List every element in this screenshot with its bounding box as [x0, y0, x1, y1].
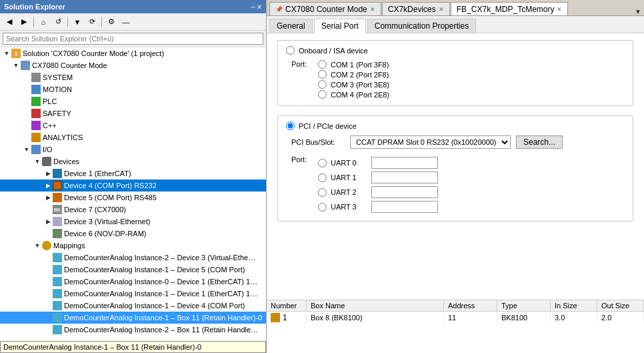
tree-item-device5[interactable]: ▶ Device 5 (COM Port) RS485 — [0, 192, 266, 204]
minimize-button[interactable]: — — [119, 15, 133, 29]
expand-project[interactable]: ▼ — [12, 61, 20, 69]
tree-item-io[interactable]: ▼ I/O — [0, 143, 266, 155]
tree-item-cpp[interactable]: ▶ C++ — [0, 119, 266, 131]
search-input[interactable] — [3, 33, 263, 45]
uart1-radio[interactable] — [318, 173, 327, 182]
onboard-title-row: Onboard / ISA device — [286, 46, 625, 55]
expand-mappings[interactable]: ▼ — [33, 242, 41, 250]
tree-item-inst1[interactable]: ▶ DemoCounterAnalog Instance-2 – Device … — [0, 252, 266, 264]
tree-item-safety[interactable]: ▶ SAFETY — [0, 107, 266, 119]
solution-icon: S — [11, 48, 21, 59]
tab-fb-cx7k-close[interactable]: ✕ — [557, 6, 562, 13]
devices-label: Devices — [53, 157, 79, 165]
tree-item-inst7[interactable]: ▶ DemoCounterAnalog Instance-2 – Box 11 … — [0, 324, 266, 336]
tree-item-project[interactable]: ▼ CX7080 Counter Mode — [0, 59, 266, 71]
io-label: I/O — [43, 145, 53, 153]
tree-item-motion[interactable]: ▶ MOTION — [0, 83, 266, 95]
tab-general[interactable]: General — [269, 19, 313, 33]
tree-item-inst5[interactable]: ▶ DemoCounterAnalog Instance-1 – Device … — [0, 300, 266, 312]
uart3-radio[interactable] — [318, 203, 327, 212]
tree-item-plc[interactable]: ▶ PLC — [0, 95, 266, 107]
tree-item-device3[interactable]: ▶ Device 3 (Virtual-Ethernet) — [0, 216, 266, 228]
sync-button[interactable]: ↺ — [51, 15, 65, 29]
tab-cx7080-pin-icon: 📌 — [275, 6, 283, 13]
expand-device5[interactable]: ▶ — [44, 194, 52, 202]
tree-item-solution[interactable]: ▼ S Solution 'CX7080 Counter Mode' (1 pr… — [0, 47, 266, 59]
com2-radio[interactable] — [318, 70, 327, 79]
com1-option: COM 1 (Port 3F8) — [318, 60, 389, 69]
tree-item-analytics[interactable]: ▶ ANALYTICS — [0, 131, 266, 143]
tab-cx7kdevices[interactable]: CX7kDevices ✕ — [382, 2, 450, 15]
tree-item-device1[interactable]: ▶ Device 1 (EtherCAT) — [0, 167, 266, 180]
onboard-port-row: Port: COM 1 (Port 3F8) COM 2 (Port 2F8) — [286, 59, 625, 100]
filter-button[interactable]: ▼ — [71, 15, 84, 29]
uart2-radio[interactable] — [318, 188, 327, 197]
row-icon — [271, 313, 280, 322]
refresh-button[interactable]: ⟳ — [85, 15, 99, 29]
expand-io[interactable]: ▼ — [23, 145, 31, 153]
forward-button[interactable]: ▶ — [17, 15, 31, 29]
uart0-radio[interactable] — [318, 159, 327, 167]
tooltip-text: DemoCounterAnalog Instance-1 – Box 11 (R… — [3, 343, 201, 351]
tree-item-device4[interactable]: ▶ Device 4 (COM Port) RS232 — [0, 180, 266, 192]
device6-icon — [52, 228, 63, 239]
com-port-list: COM 1 (Port 3F8) COM 2 (Port 2F8) COM 3 … — [318, 59, 389, 100]
tab-overflow-arrow[interactable]: ▼ — [635, 8, 641, 15]
tree-item-inst2[interactable]: ▶ DemoCounterAnalog Instance-1 – Device … — [0, 264, 266, 276]
com4-radio[interactable] — [318, 90, 327, 99]
inst4-label: DemoCounterAnalog Instance-1 – Device 1 … — [64, 290, 257, 298]
onboard-radio[interactable] — [286, 46, 295, 55]
tree-item-inst6[interactable]: ▶ DemoCounterAnalog Instance-1 – Box 11 … — [0, 312, 266, 324]
expand-device3[interactable]: ▶ — [44, 218, 52, 226]
uart2-input[interactable] — [371, 186, 438, 198]
settings-button[interactable]: ⚙ — [105, 15, 118, 29]
tree-item-mappings[interactable]: ▼ Mappings — [0, 240, 266, 252]
mappings-icon — [41, 240, 52, 251]
uart1-input[interactable] — [371, 171, 438, 184]
tab-comm-props[interactable]: Communication Properties — [367, 19, 476, 33]
com3-radio[interactable] — [318, 80, 327, 89]
uart3-input[interactable] — [371, 201, 438, 213]
com3-label: COM 3 (Port 3E8) — [331, 81, 389, 89]
tab-cx7kdevices-close[interactable]: ✕ — [439, 6, 444, 13]
tab-cx7080[interactable]: 📌 CX7080 Counter Mode ✕ — [269, 2, 381, 15]
device1-icon — [52, 168, 63, 179]
tab-cx7kdevices-label: CX7kDevices — [388, 5, 436, 14]
tree-item-device7[interactable]: ▶ BK Device 7 (CX7000) — [0, 204, 266, 216]
col-address: Address — [444, 300, 497, 311]
home-button[interactable]: ⌂ — [37, 15, 50, 29]
bottom-table: Number Box Name Address Type In Size Out… — [267, 300, 644, 353]
tab-serial-port[interactable]: Serial Port — [314, 19, 366, 33]
uart0-input[interactable] — [371, 157, 438, 169]
back-button[interactable]: ◀ — [3, 15, 16, 29]
expand-device1[interactable]: ▶ — [44, 169, 52, 178]
tree-item-inst3[interactable]: ▶ DemoCounterAnalog Instance-0 – Device … — [0, 276, 266, 288]
system-icon — [31, 72, 41, 83]
com1-radio[interactable] — [318, 60, 327, 69]
tree-item-device6[interactable]: ▶ Device 6 (NOV-DP-RAM) — [0, 228, 266, 240]
td-boxname: Box 8 (BK8100) — [307, 312, 444, 323]
pci-bus-select[interactable]: CCAT DPRAM Slot 0 RS232 (0x10020000) — [350, 135, 511, 149]
tree-item-system[interactable]: ▶ SYSTEM — [0, 71, 266, 83]
tree-item-devices[interactable]: ▼ Devices — [0, 155, 266, 167]
pci-radio[interactable] — [286, 121, 295, 130]
inst7-label: DemoCounterAnalog Instance-2 – Box 11 (R… — [64, 326, 258, 334]
expand-solution[interactable]: ▼ — [3, 49, 11, 57]
tab-fb-cx7k[interactable]: FB_CX7k_MDP_TcMemory ✕ — [451, 2, 569, 15]
onboard-port-label: Port: — [291, 59, 318, 68]
search-button[interactable]: Search... — [516, 135, 563, 149]
pci-section: PCI / PCIe device PCI Bus/Slot: CCAT DPR… — [277, 115, 633, 222]
expand-device4[interactable]: ▶ — [44, 182, 52, 190]
expand-devices[interactable]: ▼ — [33, 157, 41, 165]
close-panel-button[interactable]: ✕ — [257, 3, 262, 11]
td-number: 1 — [267, 312, 307, 324]
content-area: General Serial Port Communication Proper… — [267, 16, 644, 353]
uart-list: UART 0 UART 1 UART 2 — [318, 154, 438, 216]
td-insize: 3.0 — [551, 312, 597, 323]
td-address: 11 — [444, 312, 497, 323]
inst4-icon — [52, 288, 63, 299]
tree-item-inst4[interactable]: ▶ DemoCounterAnalog Instance-1 – Device … — [0, 288, 266, 300]
table-row-1[interactable]: 1 Box 8 (BK8100) 11 BK8100 3.0 2.0 — [267, 312, 644, 324]
tab-cx7080-close[interactable]: ✕ — [370, 6, 375, 13]
pin-panel-button[interactable]: ─ — [251, 3, 255, 11]
